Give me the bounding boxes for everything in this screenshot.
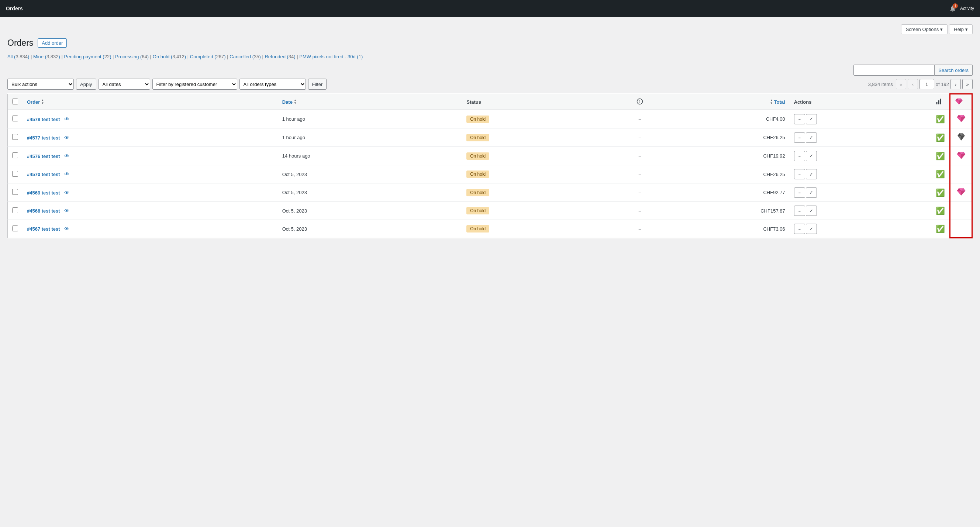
action-buttons: ··· ✓	[794, 114, 927, 124]
filter-processing[interactable]: Processing (64)	[115, 54, 149, 59]
more-actions-button[interactable]: ···	[794, 151, 805, 161]
total-sort-link[interactable]: ▲▼ Total	[652, 99, 785, 105]
more-actions-button[interactable]: ···	[794, 188, 805, 198]
plugin-col2-header	[950, 94, 972, 110]
check-action-button[interactable]: ✓	[806, 205, 817, 216]
apply-button[interactable]: Apply	[76, 79, 96, 90]
row-checkbox-cell	[8, 166, 23, 183]
svg-rect-3	[937, 102, 937, 104]
svg-marker-11	[959, 100, 963, 104]
check-action-button[interactable]: ✓	[806, 114, 817, 124]
total-cell: CHF4.00	[648, 110, 789, 129]
more-actions-button[interactable]: ···	[794, 205, 805, 216]
order-link[interactable]: #4568 test test	[27, 208, 60, 214]
filter-completed[interactable]: Completed (267)	[190, 54, 226, 59]
bulk-actions-select[interactable]: Bulk actions	[7, 79, 74, 90]
more-actions-button[interactable]: ···	[794, 114, 805, 124]
search-input[interactable]	[853, 65, 935, 76]
current-page-input[interactable]	[920, 79, 934, 89]
admin-bar-title: Orders	[6, 6, 23, 11]
row-checkbox[interactable]	[12, 171, 18, 177]
check-action-button[interactable]: ✓	[806, 169, 817, 179]
date-cell: 1 hour ago	[278, 129, 462, 147]
filter-pmw[interactable]: PMW pixels not fired - 30d (1)	[299, 54, 363, 59]
all-order-types-select[interactable]: All orders types	[239, 79, 306, 90]
filter-links: All (3,834) | Mine (3,832) | Pending pay…	[7, 54, 973, 59]
complete-icon-cell: ✅	[931, 147, 950, 166]
row-checkbox-cell	[8, 220, 23, 238]
status-header: Status	[462, 94, 632, 110]
filter-mine[interactable]: Mine (3,832)	[33, 54, 60, 59]
filter-refunded[interactable]: Refunded (34)	[264, 54, 295, 59]
gem-icon	[956, 156, 966, 161]
action-buttons: ··· ✓	[794, 224, 927, 234]
dash-cell: –	[632, 147, 648, 166]
select-all-header	[8, 94, 23, 110]
all-dates-select[interactable]: All dates	[99, 79, 150, 90]
order-link[interactable]: #4569 test test	[27, 190, 60, 196]
row-checkbox[interactable]	[12, 207, 18, 213]
select-all-checkbox[interactable]	[12, 99, 18, 104]
chevron-down-icon: ▾	[940, 27, 943, 32]
row-checkbox[interactable]	[12, 153, 18, 158]
date-sort-arrows: ▲▼	[294, 99, 297, 105]
bar-chart-icon	[936, 98, 942, 105]
check-action-button[interactable]: ✓	[806, 188, 817, 198]
filter-cancelled[interactable]: Cancelled (35)	[229, 54, 261, 59]
status-badge: On hold	[466, 116, 489, 123]
more-actions-button[interactable]: ···	[794, 169, 805, 179]
row-checkbox[interactable]	[12, 116, 18, 121]
filter-pending-payment[interactable]: Pending payment (22)	[64, 54, 111, 59]
check-action-button[interactable]: ✓	[806, 151, 817, 161]
order-sort-link[interactable]: Order ▲▼	[27, 99, 274, 105]
screen-options-button[interactable]: Screen Options ▾	[901, 24, 948, 34]
status-badge: On hold	[466, 153, 489, 160]
filter-button[interactable]: Filter	[308, 79, 327, 90]
row-checkbox[interactable]	[12, 134, 18, 140]
actions-cell: ··· ✓	[790, 147, 931, 166]
check-action-button[interactable]: ✓	[806, 132, 817, 143]
check-action-button[interactable]: ✓	[806, 224, 817, 234]
order-total: CHF4.00	[766, 116, 785, 122]
order-cell: #4578 test test 👁	[22, 110, 278, 129]
first-page-button[interactable]: «	[896, 79, 906, 89]
complete-checkmark-icon: ✅	[936, 207, 945, 215]
next-page-button[interactable]: ›	[950, 79, 961, 89]
order-total: CHF157.87	[760, 208, 785, 214]
date-sort-link[interactable]: Date ▲▼	[282, 99, 458, 105]
row-checkbox[interactable]	[12, 189, 18, 195]
pagination: 3,834 items « ‹ of 192 › »	[868, 79, 973, 89]
prev-page-button[interactable]: ‹	[908, 79, 918, 89]
last-page-button[interactable]: »	[962, 79, 973, 89]
gem-cell	[950, 220, 972, 238]
action-buttons: ··· ✓	[794, 205, 927, 216]
order-link[interactable]: #4567 test test	[27, 226, 60, 232]
svg-marker-16	[957, 117, 961, 122]
add-order-button[interactable]: Add order	[38, 38, 67, 48]
order-link[interactable]: #4578 test test	[27, 116, 60, 122]
order-link[interactable]: #4570 test test	[27, 172, 60, 177]
orders-table: Order ▲▼ Date ▲▼ Status	[7, 93, 973, 239]
eye-icon: 👁	[64, 135, 69, 141]
main-content: Screen Options ▾ Help ▾ Orders Add order…	[0, 17, 980, 527]
orders-tbody: #4578 test test 👁 1 hour ago On hold – C…	[8, 110, 972, 238]
more-actions-button[interactable]: ···	[794, 132, 805, 143]
toolbar-row: Bulk actions Apply All dates Filter by r…	[7, 79, 973, 90]
filter-on-hold[interactable]: On hold (3,412)	[153, 54, 186, 59]
order-link[interactable]: #4576 test test	[27, 153, 60, 159]
filter-customer-select[interactable]: Filter by registered customer	[153, 79, 237, 90]
order-link[interactable]: #4577 test test	[27, 135, 60, 141]
svg-marker-29	[961, 154, 965, 159]
activity-icon-wrap[interactable]: 1	[948, 3, 958, 14]
more-actions-button[interactable]: ···	[794, 224, 805, 234]
date-cell: Oct 5, 2023	[278, 183, 462, 202]
filter-all[interactable]: All (3,834)	[7, 54, 29, 59]
help-button[interactable]: Help ▾	[949, 24, 973, 34]
complete-icon-cell: ✅	[931, 220, 950, 238]
dash-icon: –	[639, 226, 641, 232]
svg-marker-34	[957, 191, 961, 196]
date-cell: Oct 5, 2023	[278, 166, 462, 183]
total-header: ▲▼ Total	[648, 94, 789, 110]
row-checkbox[interactable]	[12, 226, 18, 231]
search-orders-button[interactable]: Search orders	[935, 65, 973, 76]
